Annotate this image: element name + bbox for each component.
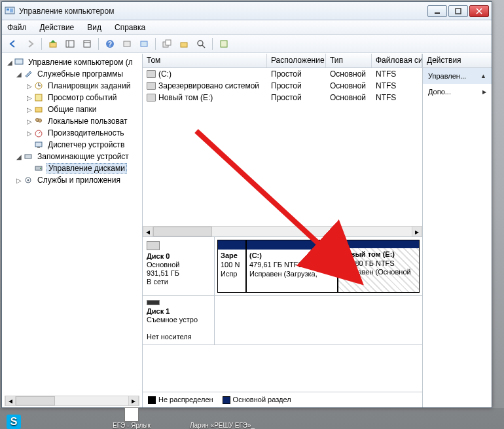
cell: NTFS bbox=[372, 79, 422, 92]
action-disk-management[interactable]: Управлен... bbox=[423, 68, 492, 84]
svg-rect-4 bbox=[456, 9, 461, 14]
show-hide-tree-button[interactable] bbox=[63, 37, 77, 51]
volume-row[interactable]: Зарезервировано системой Простой Основно… bbox=[143, 80, 422, 92]
tree-label: Общие папки bbox=[46, 105, 98, 114]
expand-icon[interactable]: ▷ bbox=[26, 106, 33, 113]
partition-system-reserved[interactable]: Заре 100 N Испр bbox=[217, 240, 246, 293]
svg-rect-17 bbox=[166, 40, 171, 45]
tree-disk-management[interactable]: Управление дисками bbox=[3, 162, 142, 174]
taskbar-larin[interactable]: Ларин «РЕШУ ЕГЭ»_ bbox=[190, 422, 255, 429]
skype-icon: S bbox=[7, 415, 21, 429]
menu-action[interactable]: Действие bbox=[37, 22, 77, 33]
scroll-left-button[interactable]: ◂ bbox=[5, 396, 16, 405]
legend-unallocated-swatch bbox=[148, 396, 156, 404]
collapse-icon[interactable]: ◢ bbox=[15, 71, 23, 78]
volume-row[interactable]: (C:) Простой Основной NTFS bbox=[143, 68, 422, 80]
minimize-button[interactable] bbox=[427, 5, 447, 17]
scroll-left-button[interactable]: ◂ bbox=[143, 227, 153, 236]
toolbar-btn-c[interactable] bbox=[160, 37, 174, 51]
folder-icon bbox=[33, 104, 44, 115]
tree-scrollbar[interactable]: ◂ ▸ bbox=[5, 396, 139, 406]
back-button[interactable] bbox=[6, 37, 20, 51]
scroll-thumb[interactable] bbox=[16, 396, 55, 405]
tree-label: Локальные пользоват bbox=[46, 117, 129, 126]
toolbar-btn-a[interactable] bbox=[120, 37, 134, 51]
collapse-icon[interactable]: ◢ bbox=[6, 59, 14, 66]
tree-shared-folders[interactable]: ▷ Общие папки bbox=[3, 103, 142, 115]
close-button[interactable] bbox=[469, 5, 489, 17]
svg-rect-2 bbox=[10, 9, 13, 12]
tree-task-scheduler[interactable]: ▷ Планировщик заданий bbox=[3, 80, 142, 92]
clock-icon bbox=[33, 81, 44, 91]
disk-status: В сети bbox=[147, 278, 210, 286]
up-button[interactable] bbox=[46, 37, 60, 51]
disk-label: Диск 0 bbox=[147, 252, 210, 260]
svg-rect-1 bbox=[7, 9, 9, 10]
tree-storage[interactable]: ◢ Запоминающие устройст bbox=[3, 151, 142, 162]
partition-e[interactable]: Новый том (E:) 451,80 ГБ NTFS Исправен (… bbox=[338, 240, 420, 293]
taskbar-skype[interactable]: S bbox=[7, 415, 21, 429]
svg-rect-10 bbox=[84, 41, 90, 47]
svg-rect-21 bbox=[221, 41, 227, 47]
svg-text:?: ? bbox=[108, 41, 112, 48]
expand-icon[interactable]: ▷ bbox=[26, 83, 33, 90]
tree-pane: ◢ Управление компьютером (л ◢ Служебные … bbox=[2, 54, 143, 407]
expand-icon[interactable]: ▷ bbox=[15, 177, 23, 184]
expand-icon[interactable]: ▷ bbox=[26, 94, 33, 102]
computer-management-window: Управление компьютером Файл Действие Вид… bbox=[1, 1, 492, 408]
col-volume[interactable]: Том bbox=[143, 54, 267, 67]
svg-rect-7 bbox=[50, 43, 56, 47]
title-bar[interactable]: Управление компьютером bbox=[2, 2, 492, 20]
storage-icon bbox=[23, 151, 33, 162]
svg-rect-34 bbox=[25, 155, 31, 159]
expand-icon[interactable]: ▷ bbox=[26, 118, 33, 125]
col-layout[interactable]: Расположение bbox=[267, 54, 326, 67]
scroll-right-button[interactable]: ▸ bbox=[128, 396, 139, 405]
forward-button[interactable] bbox=[23, 37, 37, 51]
tools-icon bbox=[23, 69, 33, 79]
volume-scrollbar[interactable]: ◂ ▸ bbox=[143, 226, 422, 236]
chevron-right-icon bbox=[482, 88, 486, 95]
disk-row-1[interactable]: Диск 1 Съемное устро Нет носителя bbox=[143, 296, 422, 345]
properties-button[interactable] bbox=[80, 37, 94, 51]
disk-status: Нет носителя bbox=[147, 333, 210, 341]
taskbar-shortcut[interactable]: ЕГЭ - Ярлык bbox=[113, 407, 151, 429]
tree-services-apps[interactable]: ▷ Службы и приложения bbox=[3, 174, 142, 186]
scroll-right-button[interactable]: ▸ bbox=[412, 227, 422, 236]
tree-root[interactable]: ◢ Управление компьютером (л bbox=[3, 56, 142, 68]
menu-view[interactable]: Вид bbox=[84, 22, 104, 33]
tree-device-manager[interactable]: Диспетчер устройств bbox=[3, 139, 142, 151]
action-more[interactable]: Допо... bbox=[423, 84, 492, 100]
partition-c[interactable]: (C:) 479,61 ГБ NTFS Исправен (Загрузка, bbox=[246, 240, 338, 293]
legend-primary-label: Основной раздел bbox=[233, 396, 291, 403]
toolbar-btn-d[interactable] bbox=[177, 37, 191, 51]
tree-event-viewer[interactable]: ▷ Просмотр событий bbox=[3, 92, 142, 103]
toolbar: ? bbox=[2, 35, 492, 53]
collapse-icon[interactable]: ◢ bbox=[15, 153, 23, 160]
expand-icon[interactable]: ▷ bbox=[26, 130, 33, 137]
menu-help[interactable]: Справка bbox=[112, 22, 148, 33]
col-type[interactable]: Тип bbox=[326, 54, 372, 67]
maximize-button[interactable] bbox=[448, 5, 468, 17]
volume-row[interactable]: Новый том (E:) Простой Основной NTFS bbox=[143, 92, 422, 103]
shortcut-icon bbox=[124, 407, 139, 422]
svg-point-29 bbox=[39, 119, 42, 122]
tree-local-users[interactable]: ▷ Локальные пользоват bbox=[3, 115, 142, 127]
disk-row-0[interactable]: Диск 0 Основной 931,51 ГБ В сети Заре 10… bbox=[143, 237, 422, 296]
tree-performance[interactable]: ▷ Производительность bbox=[3, 127, 142, 139]
actions-header: Действия bbox=[423, 54, 492, 68]
toolbar-btn-f[interactable] bbox=[217, 37, 231, 51]
tree-system-tools[interactable]: ◢ Служебные программы bbox=[3, 68, 142, 80]
svg-rect-15 bbox=[141, 41, 147, 47]
help-button[interactable]: ? bbox=[103, 37, 117, 51]
toolbar-btn-e[interactable] bbox=[194, 37, 208, 51]
col-filesystem[interactable]: Файловая сист bbox=[372, 54, 422, 67]
menu-file[interactable]: Файл bbox=[5, 22, 29, 33]
users-icon bbox=[33, 116, 44, 126]
taskbar-label: ЕГЭ - Ярлык bbox=[113, 422, 151, 429]
disk-size: 931,51 ГБ bbox=[147, 269, 210, 277]
tree-label: Управление дисками bbox=[46, 163, 127, 174]
toolbar-btn-b[interactable] bbox=[137, 37, 151, 51]
volume-list: Том Расположение Тип Файловая сист (C:) … bbox=[143, 54, 422, 237]
scroll-thumb[interactable] bbox=[153, 227, 212, 236]
